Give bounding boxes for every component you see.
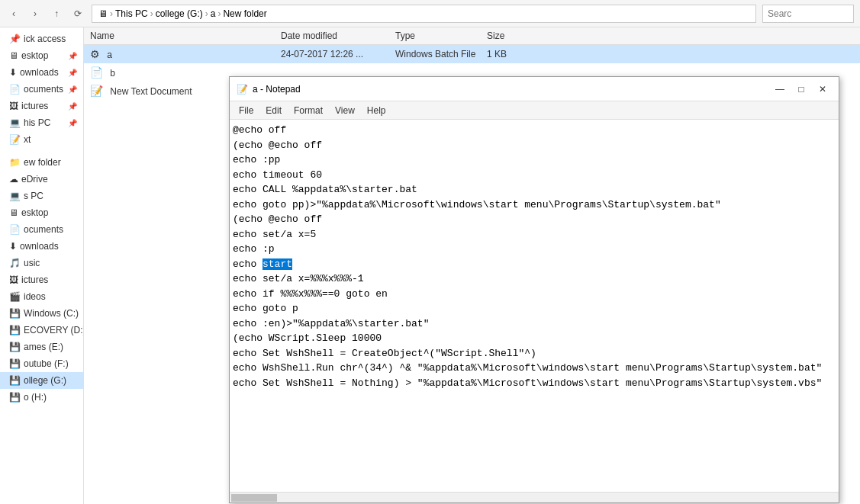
- nav-back-button[interactable]: ‹: [6, 6, 21, 21]
- sidebar-item-desktop[interactable]: 🖥 esktop 📌: [0, 47, 83, 64]
- sidebar-label: Windows (C:): [24, 308, 79, 319]
- sidebar-item-onedrive[interactable]: ☁ eDrive: [0, 171, 83, 188]
- sidebar-item-youtube-f[interactable]: 💾 outube (F:): [0, 355, 83, 372]
- pin-icon: 📌: [68, 52, 77, 60]
- sidebar-item-recovery-d[interactable]: 💾 ECOVERY (D:): [0, 322, 83, 339]
- horizontal-scrollbar[interactable]: [230, 492, 839, 502]
- file-type-a: Windows Batch File: [395, 49, 487, 59]
- col-header-name[interactable]: Name: [90, 30, 281, 41]
- pin-icon: 📌: [68, 119, 77, 127]
- videos-icon: 🎬: [9, 291, 21, 302]
- breadcrumb-icon: 🖥: [98, 8, 108, 19]
- notepad-window: 📝 a - Notepad — □ ✕ File Edit Format Vie…: [229, 76, 839, 503]
- sidebar-item-documents[interactable]: 📄 ocuments 📌: [0, 81, 83, 98]
- sidebar-item-desktop2[interactable]: 🖥 esktop: [0, 204, 83, 221]
- sidebar-label: usic: [24, 258, 40, 268]
- file-row-a[interactable]: ⚙ a 24-07-2017 12:26 ... Windows Batch F…: [84, 45, 860, 63]
- explorer-toolbar: ‹ › ↑ ⟳ 🖥 › This PC › college (G:) › a ›…: [0, 0, 860, 27]
- sidebar-item-pictures[interactable]: 🖼 ictures 📌: [0, 98, 83, 114]
- batch-file-icon: ⚙: [90, 48, 100, 60]
- sidebar-item-xt[interactable]: 📝 xt: [0, 131, 83, 148]
- sidebar-label: xt: [24, 134, 31, 145]
- sidebar-label: ocuments: [24, 84, 63, 95]
- sidebar-item-h[interactable]: 💾 o (H:): [0, 389, 83, 406]
- col-header-type[interactable]: Type: [395, 30, 487, 41]
- refresh-button[interactable]: ⟳: [70, 6, 85, 21]
- drive-e-icon: 💾: [9, 342, 21, 352]
- sidebar-label: ideos: [24, 291, 46, 302]
- documents-icon: 📄: [9, 84, 21, 95]
- sidebar-item-videos[interactable]: 🎬 ideos: [0, 288, 83, 305]
- desktop-icon: 🖥: [9, 50, 18, 61]
- scrollbar-thumb[interactable]: [231, 494, 277, 502]
- file-date-a: 24-07-2017 12:26 ...: [281, 49, 395, 59]
- sidebar-item-this-pc[interactable]: 💻 his PC 📌: [0, 114, 83, 131]
- drive-f-icon: 💾: [9, 358, 21, 369]
- sidebar-item-music[interactable]: 🎵 usic: [0, 255, 83, 271]
- breadcrumb-part-4[interactable]: New folder: [223, 8, 266, 19]
- onedrive-icon: ☁: [9, 174, 18, 185]
- sidebar-label: eDrive: [21, 174, 48, 185]
- sidebar-label: ictures: [21, 101, 48, 111]
- col-header-date[interactable]: Date modified: [281, 30, 395, 41]
- sidebar-item-quick-access[interactable]: 📌 ick access: [0, 30, 83, 47]
- notepad-titlebar: 📝 a - Notepad — □ ✕: [230, 77, 839, 101]
- breadcrumb[interactable]: 🖥 › This PC › college (G:) › a › New fol…: [92, 5, 756, 23]
- sidebar-item-blank[interactable]: [0, 148, 83, 154]
- highlighted-word: start: [263, 258, 292, 270]
- breadcrumb-part-1[interactable]: This PC: [115, 8, 148, 19]
- sidebar-label: outube (F:): [24, 358, 69, 369]
- menu-file[interactable]: File: [233, 104, 259, 117]
- sidebar-label: his PC: [24, 117, 50, 128]
- desktop2-icon: 🖥: [9, 207, 18, 218]
- drive-g-icon: 💾: [9, 375, 21, 386]
- sidebar-item-windows-c[interactable]: 💾 Windows (C:): [0, 305, 83, 322]
- sidebar-label: ames (E:): [24, 342, 63, 352]
- sidebar-label: ictures: [21, 274, 48, 285]
- notepad-title: a - Notepad: [253, 84, 770, 95]
- drive-d-icon: 💾: [9, 325, 21, 335]
- text-doc-icon: 📝: [90, 85, 103, 97]
- sidebar-item-games-e[interactable]: 💾 ames (E:): [0, 339, 83, 355]
- sidebar-label: ECOVERY (D:): [24, 325, 83, 335]
- sidebar-item-downloads2[interactable]: ⬇ ownloads: [0, 238, 83, 255]
- search-input[interactable]: [762, 5, 854, 23]
- menu-help[interactable]: Help: [361, 104, 392, 117]
- sidebar-label: esktop: [21, 207, 48, 218]
- music-icon: 🎵: [9, 258, 21, 268]
- sidebar-item-s-pc[interactable]: 💻 s PC: [0, 188, 83, 204]
- sidebar-item-documents2[interactable]: 📄 ocuments: [0, 221, 83, 238]
- notepad-app-icon: 📝: [236, 83, 248, 95]
- this-pc-icon: 💻: [9, 117, 21, 128]
- sidebar-item-pictures2[interactable]: 🖼 ictures: [0, 271, 83, 288]
- nav-up-button[interactable]: ↑: [49, 6, 64, 21]
- sidebar-item-new-folder[interactable]: 📁 ew folder: [0, 154, 83, 171]
- col-header-size[interactable]: Size: [487, 30, 548, 41]
- pictures-icon: 🖼: [9, 101, 18, 111]
- file-b-icon: 📄: [90, 66, 103, 79]
- sidebar-item-college-g[interactable]: 💾 ollege (G:): [0, 372, 83, 389]
- nav-forward-button[interactable]: ›: [27, 6, 43, 21]
- menu-format[interactable]: Format: [288, 104, 329, 117]
- pc-icon: 💻: [9, 191, 21, 201]
- sidebar-label: esktop: [21, 50, 48, 61]
- maximize-button[interactable]: □: [791, 82, 811, 97]
- drive-c-icon: 💾: [9, 308, 21, 319]
- drive-h-icon: 💾: [9, 392, 21, 403]
- pic2-icon: 🖼: [9, 274, 18, 285]
- doc2-icon: 📄: [9, 224, 21, 235]
- sidebar-label: s PC: [24, 191, 43, 201]
- breadcrumb-part-3[interactable]: a: [211, 8, 216, 19]
- sidebar-label: ew folder: [24, 157, 61, 168]
- breadcrumb-part-2[interactable]: college (G:): [156, 8, 203, 19]
- sidebar-label: ick access: [24, 34, 66, 44]
- sidebar-item-downloads[interactable]: ⬇ ownloads 📌: [0, 64, 83, 81]
- folder-icon: 📁: [9, 157, 21, 168]
- menu-view[interactable]: View: [329, 104, 361, 117]
- close-button[interactable]: ✕: [813, 82, 833, 97]
- sidebar-label: ownloads: [20, 67, 59, 78]
- notepad-content[interactable]: @echo off (echo @echo off echo :pp echo …: [230, 120, 839, 492]
- sidebar: 📌 ick access 🖥 esktop 📌 ⬇ ownloads 📌 📄 o…: [0, 27, 84, 504]
- menu-edit[interactable]: Edit: [259, 104, 288, 117]
- minimize-button[interactable]: —: [770, 82, 790, 97]
